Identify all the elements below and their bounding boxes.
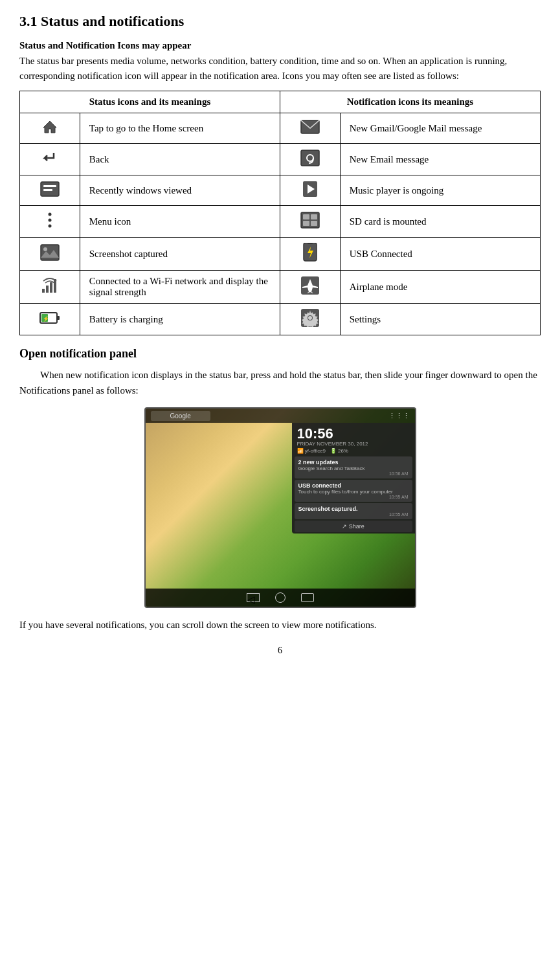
svg-rect-14 — [311, 214, 317, 219]
svg-rect-23 — [42, 289, 45, 293]
svg-rect-5 — [43, 185, 56, 187]
share-bar: ↗ Share — [295, 521, 412, 532]
phone-top-bar: Google ⋮⋮⋮ — [146, 409, 415, 423]
left-icon-cell-3 — [20, 206, 80, 238]
table-row-3: Menu iconSD card is mounted — [20, 206, 541, 238]
svg-rect-25 — [50, 282, 52, 293]
recent-nav-btn — [301, 593, 314, 602]
notif2-time: 10:55 AM — [298, 495, 409, 499]
left-icon-cell-6: ⚡ — [20, 304, 80, 335]
table-row-0: Tap to go to the Home screenNew Gmail/Go… — [20, 113, 541, 144]
right-icon-cell-3 — [280, 206, 340, 238]
notif-item-1: 2 new updates Google Search and TalkBack… — [295, 456, 412, 478]
bold-paragraph: Status and Notification Icons may appear — [19, 40, 541, 51]
svg-rect-21 — [308, 243, 313, 244]
phone-screen: Google ⋮⋮⋮ 10:56 FRIDAY NOVEMBER 30, 201… — [144, 407, 416, 608]
notif-item-2: USB connected Touch to copy files to/fro… — [295, 480, 412, 502]
notif-time-row: 10:56 FRIDAY NOVEMBER 30, 2012 📶 yf-offi… — [292, 423, 415, 455]
screenshot-container: Google ⋮⋮⋮ 10:56 FRIDAY NOVEMBER 30, 201… — [19, 407, 541, 608]
left-icon-cell-1 — [20, 144, 80, 175]
intro-text: The status bar presents media volume, ne… — [19, 54, 541, 83]
notif-date: FRIDAY NOVEMBER 30, 2012 — [297, 441, 410, 447]
notif-time: 10:56 — [297, 427, 410, 441]
svg-marker-0 — [43, 121, 56, 133]
left-desc-cell-1: Back — [80, 144, 280, 175]
svg-rect-17 — [41, 245, 59, 260]
right-icon-cell-0 — [280, 113, 340, 144]
table-row-2: Recently windows viewedMusic player is o… — [20, 175, 541, 206]
notification-panel: 10:56 FRIDAY NOVEMBER 30, 2012 📶 yf-offi… — [292, 423, 415, 534]
icons-table: Status icons and its meanings Notificati… — [19, 91, 541, 335]
left-desc-cell-3: Menu icon — [80, 206, 280, 238]
left-icon-cell-0 — [20, 113, 80, 144]
svg-rect-16 — [311, 221, 317, 226]
left-desc-cell-4: Screenshot captured — [80, 238, 280, 271]
svg-rect-29 — [57, 316, 60, 320]
table-row-4: Screenshot capturedUSB Connected — [20, 238, 541, 271]
notif2-sub: Touch to copy files to/from your compute… — [298, 489, 409, 495]
back-nav-btn: ◁ — [247, 593, 260, 602]
top-bar-icons: ⋮⋮⋮ — [388, 412, 410, 420]
right-desc-cell-2: Music player is ongoing — [340, 175, 540, 206]
notif2-title: USB connected — [298, 482, 409, 489]
svg-rect-6 — [43, 189, 52, 191]
svg-rect-13 — [303, 214, 309, 219]
svg-point-18 — [43, 247, 47, 251]
right-icon-cell-6 — [280, 304, 340, 335]
home-nav-btn — [275, 592, 286, 603]
open-section-heading: Open notification panel — [19, 347, 541, 361]
svg-rect-15 — [303, 221, 309, 226]
right-desc-cell-1: New Email message — [340, 144, 540, 175]
page-title: 3.1 Status and notifications — [19, 13, 541, 30]
table-row-6: ⚡Battery is chargingSettings — [20, 304, 541, 335]
right-icon-cell-4 — [280, 238, 340, 271]
notif3-title: Screenshot captured. — [298, 506, 409, 512]
svg-point-9 — [48, 213, 51, 216]
notif3-time: 10:55 AM — [298, 512, 409, 517]
left-desc-cell-2: Recently windows viewed — [80, 175, 280, 206]
left-icon-cell-5 — [20, 271, 80, 304]
right-icon-cell-5 — [280, 271, 340, 304]
phone-bottom-bar: ◁ — [146, 589, 415, 607]
closing-text: If you have several notifications, you c… — [19, 617, 541, 633]
right-desc-cell-3: SD card is mounted — [340, 206, 540, 238]
left-desc-cell-5: Connected to a Wi-Fi network and display… — [80, 271, 280, 304]
google-search-bar: Google — [151, 411, 210, 421]
left-desc-cell-0: Tap to go to the Home screen — [80, 113, 280, 144]
right-desc-cell-0: New Gmail/Google Mail message — [340, 113, 540, 144]
svg-point-35 — [308, 316, 312, 320]
table-row-5: Connected to a Wi-Fi network and display… — [20, 271, 541, 304]
notif1-time: 10:56 AM — [298, 471, 409, 476]
left-desc-cell-6: Battery is charging — [80, 304, 280, 335]
notif1-sub: Google Search and TalkBack — [298, 466, 409, 471]
right-icon-cell-1 — [280, 144, 340, 175]
notif1-title: 2 new updates — [298, 459, 409, 466]
svg-rect-24 — [46, 286, 49, 293]
left-icon-cell-2 — [20, 175, 80, 206]
table-header-left: Status icons and its meanings — [20, 91, 280, 113]
right-desc-cell-6: Settings — [340, 304, 540, 335]
table-header-right: Notification icons its meanings — [280, 91, 540, 113]
open-para: When new notification icon displays in t… — [19, 367, 541, 398]
notif-wifi-battery: 📶 yf-office9 🔋 26% — [297, 448, 410, 454]
svg-text:⚡: ⚡ — [43, 315, 49, 322]
svg-point-10 — [48, 219, 51, 222]
table-row-1: BackNew Email message — [20, 144, 541, 175]
right-icon-cell-2 — [280, 175, 340, 206]
notif-item-3: Screenshot captured. 10:55 AM — [295, 503, 412, 519]
right-desc-cell-5: Airplane mode — [340, 271, 540, 304]
right-desc-cell-4: USB Connected — [340, 238, 540, 271]
left-icon-cell-4 — [20, 238, 80, 271]
page-number: 6 — [19, 646, 541, 656]
svg-point-11 — [48, 225, 51, 228]
